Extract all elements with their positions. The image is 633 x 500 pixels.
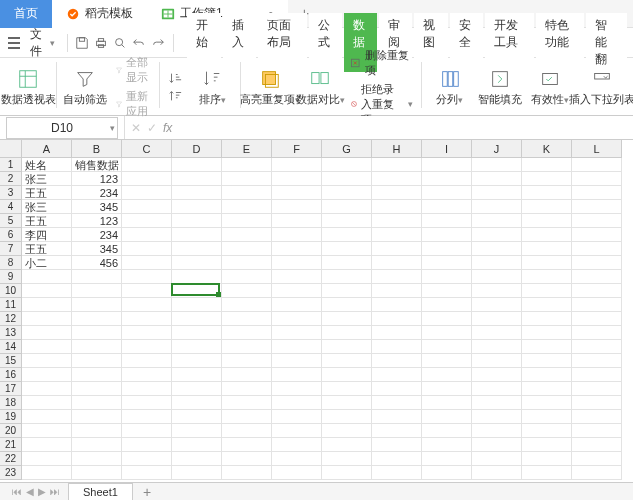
cell-D7[interactable] <box>172 242 222 256</box>
cell-F4[interactable] <box>272 200 322 214</box>
cell-C11[interactable] <box>122 298 172 312</box>
cell-C15[interactable] <box>122 354 172 368</box>
cell-B19[interactable] <box>72 410 122 424</box>
autofilter-button[interactable]: 自动筛选 <box>63 62 107 112</box>
col-header-J[interactable]: J <box>472 140 522 158</box>
col-header-B[interactable]: B <box>72 140 122 158</box>
validation-button[interactable]: 有效性▾ <box>528 62 572 112</box>
cell-G20[interactable] <box>322 424 372 438</box>
cell-G15[interactable] <box>322 354 372 368</box>
row-header-17[interactable]: 17 <box>0 382 22 396</box>
save-button[interactable] <box>73 32 90 54</box>
cell-A7[interactable]: 王五 <box>22 242 72 256</box>
cell-H12[interactable] <box>372 312 422 326</box>
cell-A22[interactable] <box>22 452 72 466</box>
cell-C12[interactable] <box>122 312 172 326</box>
cell-I9[interactable] <box>422 270 472 284</box>
cell-J17[interactable] <box>472 382 522 396</box>
col-header-F[interactable]: F <box>272 140 322 158</box>
cell-J23[interactable] <box>472 466 522 480</box>
row-header-9[interactable]: 9 <box>0 270 22 284</box>
cell-F21[interactable] <box>272 438 322 452</box>
cell-K9[interactable] <box>522 270 572 284</box>
cell-E8[interactable] <box>222 256 272 270</box>
fx-icon[interactable]: fx <box>163 121 172 135</box>
cell-J21[interactable] <box>472 438 522 452</box>
row-header-3[interactable]: 3 <box>0 186 22 200</box>
cell-G18[interactable] <box>322 396 372 410</box>
text-to-columns-button[interactable]: 分列▾ <box>428 62 472 112</box>
cell-I4[interactable] <box>422 200 472 214</box>
cell-B11[interactable] <box>72 298 122 312</box>
sheet-nav-next[interactable]: ▶ <box>38 486 46 497</box>
cell-E13[interactable] <box>222 326 272 340</box>
cell-H17[interactable] <box>372 382 422 396</box>
cell-F15[interactable] <box>272 354 322 368</box>
cell-K12[interactable] <box>522 312 572 326</box>
cell-C8[interactable] <box>122 256 172 270</box>
cell-A19[interactable] <box>22 410 72 424</box>
cell-E4[interactable] <box>222 200 272 214</box>
cell-D8[interactable] <box>172 256 222 270</box>
cell-L18[interactable] <box>572 396 622 410</box>
cell-C21[interactable] <box>122 438 172 452</box>
cell-D6[interactable] <box>172 228 222 242</box>
cell-D16[interactable] <box>172 368 222 382</box>
cell-K3[interactable] <box>522 186 572 200</box>
col-header-I[interactable]: I <box>422 140 472 158</box>
cell-K13[interactable] <box>522 326 572 340</box>
row-header-11[interactable]: 11 <box>0 298 22 312</box>
col-header-H[interactable]: H <box>372 140 422 158</box>
cell-H8[interactable] <box>372 256 422 270</box>
cell-I12[interactable] <box>422 312 472 326</box>
cell-C7[interactable] <box>122 242 172 256</box>
cell-G23[interactable] <box>322 466 372 480</box>
cell-I23[interactable] <box>422 466 472 480</box>
cell-G8[interactable] <box>322 256 372 270</box>
cell-E18[interactable] <box>222 396 272 410</box>
cell-G3[interactable] <box>322 186 372 200</box>
cell-F6[interactable] <box>272 228 322 242</box>
cell-C13[interactable] <box>122 326 172 340</box>
col-header-C[interactable]: C <box>122 140 172 158</box>
row-header-1[interactable]: 1 <box>0 158 22 172</box>
cell-J8[interactable] <box>472 256 522 270</box>
cell-J18[interactable] <box>472 396 522 410</box>
cell-B10[interactable] <box>72 284 122 298</box>
cell-K11[interactable] <box>522 298 572 312</box>
sort-asc-button[interactable] <box>166 70 184 86</box>
cell-J12[interactable] <box>472 312 522 326</box>
col-header-D[interactable]: D <box>172 140 222 158</box>
cell-D23[interactable] <box>172 466 222 480</box>
cancel-formula-icon[interactable]: ✕ <box>131 121 141 135</box>
cell-F11[interactable] <box>272 298 322 312</box>
cell-A20[interactable] <box>22 424 72 438</box>
cell-A12[interactable] <box>22 312 72 326</box>
cell-B13[interactable] <box>72 326 122 340</box>
cell-H15[interactable] <box>372 354 422 368</box>
cell-L2[interactable] <box>572 172 622 186</box>
cell-L11[interactable] <box>572 298 622 312</box>
cell-I16[interactable] <box>422 368 472 382</box>
cell-F3[interactable] <box>272 186 322 200</box>
cell-A11[interactable] <box>22 298 72 312</box>
cell-L17[interactable] <box>572 382 622 396</box>
cell-H6[interactable] <box>372 228 422 242</box>
cell-D17[interactable] <box>172 382 222 396</box>
cell-B18[interactable] <box>72 396 122 410</box>
cell-I21[interactable] <box>422 438 472 452</box>
cell-J22[interactable] <box>472 452 522 466</box>
cell-L12[interactable] <box>572 312 622 326</box>
cell-G2[interactable] <box>322 172 372 186</box>
cell-A16[interactable] <box>22 368 72 382</box>
cell-F5[interactable] <box>272 214 322 228</box>
cell-L3[interactable] <box>572 186 622 200</box>
cell-B14[interactable] <box>72 340 122 354</box>
cell-H19[interactable] <box>372 410 422 424</box>
cell-I20[interactable] <box>422 424 472 438</box>
cell-K15[interactable] <box>522 354 572 368</box>
cell-J9[interactable] <box>472 270 522 284</box>
cell-I10[interactable] <box>422 284 472 298</box>
cell-A6[interactable]: 李四 <box>22 228 72 242</box>
cell-I3[interactable] <box>422 186 472 200</box>
